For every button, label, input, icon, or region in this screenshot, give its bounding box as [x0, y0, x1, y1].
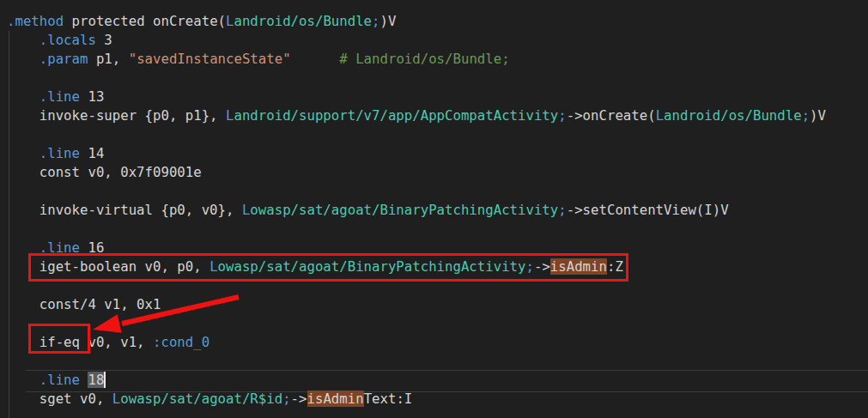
code-token: ->onCreate(	[567, 107, 656, 124]
code-token: .line	[39, 372, 80, 388]
code-line[interactable]: .locals 3	[7, 31, 868, 50]
code-token: .method	[7, 13, 64, 29]
code-token: android/os/Bundle	[664, 107, 802, 124]
code-token	[7, 145, 39, 161]
code-token: isAdmin	[307, 391, 364, 407]
code-token: .line	[39, 88, 80, 105]
code-token	[7, 32, 39, 48]
code-token: p1,	[88, 51, 128, 67]
code-token: 18	[88, 372, 104, 388]
code-token: ;	[372, 13, 379, 29]
code-line[interactable]: invoke-super {p0, p1}, Landroid/support/…	[7, 106, 868, 125]
code-area[interactable]: .method protected onCreate(Landroid/os/B…	[0, 0, 868, 418]
code-line[interactable]: invoke-virtual {p0, v0}, Lowasp/sat/agoa…	[7, 201, 868, 220]
code-token: L	[242, 202, 250, 218]
code-token: ;	[282, 391, 290, 407]
code-token: owasp/sat/agoat/BinaryPatchingActivity	[250, 202, 558, 218]
code-token: invoke-virtual {p0, v0},	[39, 202, 242, 218]
code-token: android/support/v7/app/AppCompatActivity	[234, 107, 558, 124]
code-line[interactable]: .line 14	[7, 144, 868, 163]
code-token	[7, 88, 39, 105]
code-token: .locals	[39, 32, 96, 48]
code-token: "savedInstanceState"	[129, 51, 291, 67]
code-line[interactable]	[7, 314, 868, 333]
code-line[interactable]	[7, 125, 868, 144]
code-token: Text:I	[364, 391, 413, 407]
code-token: .param	[39, 51, 88, 67]
code-token: .line	[39, 145, 80, 161]
code-token	[7, 107, 39, 124]
code-line[interactable]	[7, 352, 868, 371]
code-line[interactable]: .method protected onCreate(Landroid/os/B…	[7, 12, 868, 31]
annotation-red-box-iget-boolean	[28, 253, 628, 282]
code-token: L	[656, 107, 664, 124]
code-token: L	[112, 391, 120, 407]
code-line[interactable]: .line 18	[7, 371, 868, 390]
code-token: ->setContentView(I)V	[567, 202, 729, 218]
code-token	[7, 164, 39, 180]
code-token: ;	[802, 107, 810, 124]
code-token: owasp/sat/agoat/R$id	[120, 391, 282, 407]
code-token	[291, 51, 340, 67]
code-line[interactable]: const v0, 0x7f09001e	[7, 163, 868, 182]
code-token: # Landroid/os/Bundle;	[339, 51, 509, 67]
code-token: android/os/Bundle	[234, 13, 372, 29]
code-token: 13	[80, 88, 104, 105]
code-line[interactable]: const/4 v1, 0x1	[7, 295, 868, 314]
code-token	[7, 51, 39, 67]
code-token: )V	[380, 13, 397, 29]
code-token: ;	[558, 202, 566, 218]
code-token: )V	[810, 107, 826, 124]
code-line[interactable]: if-eq v0, v1, :cond_0	[7, 333, 868, 352]
code-token	[7, 372, 39, 388]
annotation-red-box-if-eq	[28, 324, 90, 354]
text-cursor	[104, 372, 106, 388]
code-line[interactable]	[7, 220, 868, 239]
code-token: :cond_0	[153, 334, 209, 350]
code-token: ;	[558, 107, 566, 124]
code-token	[7, 391, 39, 407]
code-token: 14	[80, 145, 104, 161]
code-token: ->	[291, 391, 307, 407]
code-token	[7, 202, 39, 218]
code-token: protected onCreate(	[64, 13, 226, 29]
code-editor[interactable]: .method protected onCreate(Landroid/os/B…	[0, 0, 868, 418]
code-token	[7, 296, 39, 312]
code-token: sget v0,	[39, 391, 112, 407]
code-token: const/4 v1, 0x1	[39, 296, 161, 312]
code-token: const v0, 0x7f09001e	[39, 164, 202, 180]
code-line[interactable]: .line 13	[7, 88, 868, 106]
code-token: 3	[96, 32, 112, 48]
code-line[interactable]	[7, 69, 868, 88]
code-line[interactable]	[7, 182, 868, 201]
code-line[interactable]: .param p1, "savedInstanceState" # Landro…	[7, 50, 868, 69]
code-token: invoke-super {p0, p1},	[39, 107, 226, 124]
code-line[interactable]: sget v0, Lowasp/sat/agoat/R$id;->isAdmin…	[7, 390, 868, 409]
